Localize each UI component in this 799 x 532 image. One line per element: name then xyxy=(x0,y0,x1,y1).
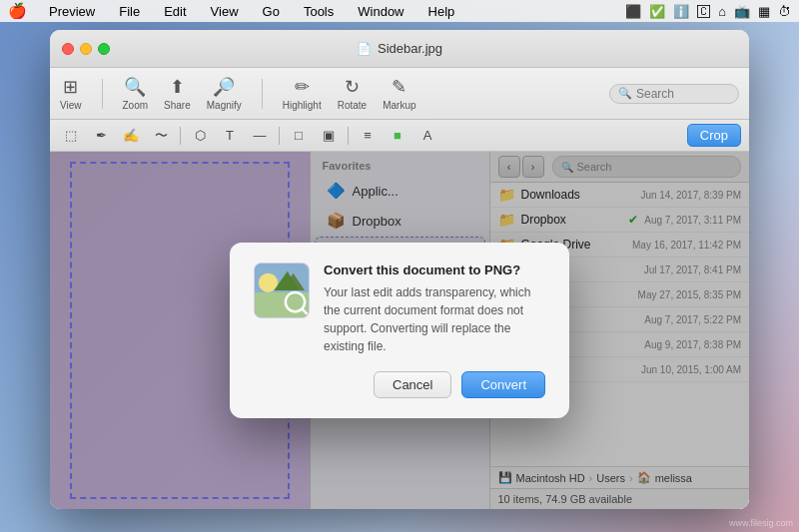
check-menubar-icon[interactable]: ✅ xyxy=(649,4,665,19)
line-tool-btn[interactable]: — xyxy=(247,125,273,147)
dialog-title: Convert this document to PNG? xyxy=(324,263,545,277)
toolbar-highlight[interactable]: ✏ Highlight xyxy=(283,76,322,111)
cancel-button[interactable]: Cancel xyxy=(374,371,451,398)
main-toolbar: ⊞ View 🔍 Zoom ⬆ Share 🔎 Magnify ✏ Highli… xyxy=(50,68,749,120)
main-window: 📄 Sidebar.jpg ⊞ View 🔍 Zoom ⬆ Share 🔎 Ma… xyxy=(50,30,749,509)
maximize-button[interactable] xyxy=(98,43,110,55)
draw-tool-btn[interactable]: ✍ xyxy=(118,125,144,147)
dialog-icon-image xyxy=(255,264,309,317)
toolbar-markup[interactable]: ✎ Markup xyxy=(383,76,415,111)
traffic-lights xyxy=(62,43,110,55)
drawing-toolbar: ⬚ ✒ ✍ 〜 ⬡ T — □ ▣ ≡ ■ A Crop xyxy=(50,120,749,152)
watermark: www.filesig.com xyxy=(729,518,793,528)
dialog-overlay: Convert this document to PNG? Your last … xyxy=(50,152,749,509)
home-menubar-icon[interactable]: ⌂ xyxy=(718,4,726,19)
dialog-text: Convert this document to PNG? Your last … xyxy=(324,263,545,355)
menu-window[interactable]: Window xyxy=(352,2,409,21)
tool-sep-2 xyxy=(279,127,280,145)
align-tool-btn[interactable]: ≡ xyxy=(355,125,381,147)
markup-icon: ✎ xyxy=(392,76,406,98)
font-tool-btn[interactable]: A xyxy=(414,125,440,147)
minimize-button[interactable] xyxy=(80,43,92,55)
title-text: Sidebar.jpg xyxy=(378,41,442,56)
text-tool-btn[interactable]: T xyxy=(217,125,243,147)
time-menubar-icon[interactable]: ⏱ xyxy=(778,4,791,19)
dialog-message: Your last edit adds transparency, which … xyxy=(324,283,545,355)
toolbar-magnify[interactable]: 🔎 Magnify xyxy=(207,76,242,111)
share-label: Share xyxy=(164,100,191,111)
menu-tools[interactable]: Tools xyxy=(298,2,340,21)
menu-view[interactable]: View xyxy=(205,2,245,21)
curve-tool-btn[interactable]: 〜 xyxy=(148,125,174,147)
title-bar: 📄 Sidebar.jpg xyxy=(50,30,749,68)
toolbar-sep-2 xyxy=(262,79,263,109)
convert-button[interactable]: Convert xyxy=(461,371,545,398)
magnify-label: Magnify xyxy=(207,100,242,111)
menu-go[interactable]: Go xyxy=(257,2,286,21)
border-tool-btn[interactable]: ▣ xyxy=(316,125,342,147)
rotate-icon: ↻ xyxy=(345,76,360,98)
pen-tool-btn[interactable]: ✒ xyxy=(88,125,114,147)
apple-menu-icon[interactable]: 🍎 xyxy=(8,2,27,20)
toolbar-zoom[interactable]: 🔍 Zoom xyxy=(123,76,149,111)
toolbar-sep-1 xyxy=(102,79,103,109)
c-menubar-icon[interactable]: 🄲 xyxy=(697,4,710,19)
menu-bar: 🍎 Preview File Edit View Go Tools Window… xyxy=(0,0,799,22)
shape-tool-btn[interactable]: ⬡ xyxy=(187,125,213,147)
search-icon: 🔍 xyxy=(618,87,632,100)
menu-help[interactable]: Help xyxy=(422,2,461,21)
crop-button[interactable]: Crop xyxy=(687,124,741,147)
select-tool-btn[interactable]: ⬚ xyxy=(58,125,84,147)
convert-dialog: Convert this document to PNG? Your last … xyxy=(230,243,569,418)
svg-rect-1 xyxy=(255,292,309,317)
zoom-label: Zoom xyxy=(123,100,149,111)
dropbox-menubar-icon[interactable]: ⬛ xyxy=(625,4,641,19)
toolbar-rotate[interactable]: ↻ Rotate xyxy=(338,76,367,111)
tool-sep-3 xyxy=(348,127,349,145)
info-menubar-icon[interactable]: ℹ️ xyxy=(673,4,689,19)
rect-tool-btn[interactable]: □ xyxy=(286,125,312,147)
menu-preview[interactable]: Preview xyxy=(43,2,101,21)
menubar-right-icons: ⬛ ✅ ℹ️ 🄲 ⌂ 📺 ▦ ⏱ xyxy=(625,4,791,19)
rotate-label: Rotate xyxy=(338,100,367,111)
tool-sep-1 xyxy=(180,127,181,145)
toolbar-share[interactable]: ⬆ Share xyxy=(164,76,191,111)
highlight-label: Highlight xyxy=(283,100,322,111)
color-tool-btn[interactable]: ■ xyxy=(385,125,410,147)
grid-menubar-icon[interactable]: ▦ xyxy=(758,4,770,19)
menu-file[interactable]: File xyxy=(113,2,146,21)
dialog-header: Convert this document to PNG? Your last … xyxy=(254,263,545,355)
zoom-icon: 🔍 xyxy=(124,76,146,98)
dialog-icon-svg xyxy=(255,263,309,318)
content-area: Favorites 🔷 Applic... 📦 Dropbox 📥 Downlo… xyxy=(50,152,749,509)
dialog-buttons: Cancel Convert xyxy=(254,367,545,398)
highlight-icon: ✏ xyxy=(295,76,310,98)
view-label: View xyxy=(60,100,82,111)
dialog-icon xyxy=(254,263,310,318)
display-menubar-icon[interactable]: 📺 xyxy=(734,4,750,19)
view-icon: ⊞ xyxy=(63,76,78,98)
file-title-icon: 📄 xyxy=(357,42,372,56)
markup-label: Markup xyxy=(383,100,415,111)
search-input[interactable] xyxy=(636,87,730,101)
share-icon: ⬆ xyxy=(170,76,185,98)
magnify-icon: 🔎 xyxy=(213,76,235,98)
toolbar-view[interactable]: ⊞ View xyxy=(60,76,82,111)
menu-edit[interactable]: Edit xyxy=(158,2,192,21)
toolbar-search-box[interactable]: 🔍 xyxy=(609,84,739,104)
window-title: 📄 Sidebar.jpg xyxy=(357,41,442,56)
close-button[interactable] xyxy=(62,43,74,55)
